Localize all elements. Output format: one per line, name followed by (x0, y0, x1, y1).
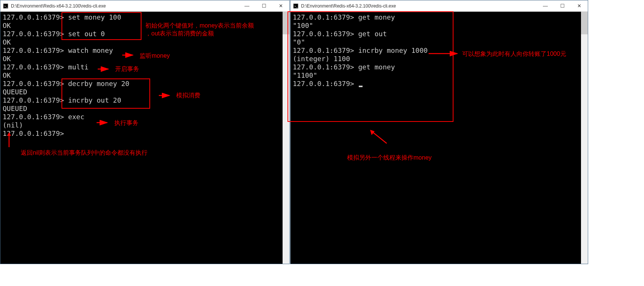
terminal-line: OK (3, 55, 288, 63)
terminal-window-right: >_ D:\Environment\Redis-x64-3.2.100\redi… (290, 0, 588, 264)
minimize-button[interactable]: — (537, 0, 554, 11)
window-controls: — ☐ ✕ (537, 0, 588, 11)
terminal-line: 127.0.0.1:6379> (293, 80, 586, 88)
terminal-line: "0" (293, 38, 586, 46)
terminal-window-left: >_ D:\Environment\Redis-x64-3.2.100\redi… (0, 0, 290, 264)
terminal-line: 127.0.0.1:6379> exec (3, 113, 288, 121)
terminal-line: 127.0.0.1:6379> multi (3, 63, 288, 71)
close-button[interactable]: ✕ (272, 0, 289, 11)
terminal-line: 127.0.0.1:6379> get money (293, 13, 586, 22)
terminal-body-right[interactable]: 127.0.0.1:6379> get money "100" 127.0.0.… (290, 12, 588, 264)
scrollbar-thumb[interactable] (581, 12, 588, 34)
terminal-line: OK (3, 22, 288, 30)
terminal-line: 127.0.0.1:6379> set out 0 (3, 30, 288, 38)
svg-text:>_: >_ (4, 5, 8, 8)
terminal-line: OK (3, 71, 288, 80)
terminal-line: 127.0.0.1:6379> watch money (3, 46, 288, 55)
window-title: D:\Environment\Redis-x64-3.2.100\redis-c… (301, 3, 537, 9)
terminal-line: QUEUED (3, 88, 288, 96)
terminal-line: 127.0.0.1:6379> get out (293, 30, 586, 38)
app-icon: >_ (3, 3, 9, 9)
cursor (359, 86, 363, 87)
terminal-line: (nil) (3, 121, 288, 129)
app-icon: >_ (293, 3, 299, 9)
terminal-line: OK (3, 38, 288, 46)
terminal-body-left[interactable]: 127.0.0.1:6379> set money 100 OK 127.0.0… (0, 12, 289, 264)
titlebar-left[interactable]: >_ D:\Environment\Redis-x64-3.2.100\redi… (0, 0, 289, 12)
terminal-line: 127.0.0.1:6379> (3, 129, 288, 138)
window-title: D:\Environment\Redis-x64-3.2.100\redis-c… (11, 3, 238, 9)
terminal-line: 127.0.0.1:6379> incrby out 20 (3, 96, 288, 105)
svg-text:>_: >_ (294, 5, 298, 8)
terminal-line: QUEUED (3, 105, 288, 113)
terminal-line: 127.0.0.1:6379> set money 100 (3, 13, 288, 22)
terminal-line: (integer) 1100 (293, 55, 586, 63)
terminal-line: "100" (293, 22, 586, 30)
window-controls: — ☐ ✕ (238, 0, 289, 11)
terminal-line: "1100" (293, 71, 586, 80)
minimize-button[interactable]: — (238, 0, 255, 11)
terminal-line: 127.0.0.1:6379> decrby money 20 (3, 80, 288, 88)
scrollbar-right[interactable] (581, 12, 588, 264)
prompt-text: 127.0.0.1:6379> (293, 80, 358, 88)
close-button[interactable]: ✕ (571, 0, 588, 11)
maximize-button[interactable]: ☐ (255, 0, 272, 11)
titlebar-right[interactable]: >_ D:\Environment\Redis-x64-3.2.100\redi… (290, 0, 588, 12)
terminal-line: 127.0.0.1:6379> get money (293, 63, 586, 71)
scrollbar-left[interactable] (283, 12, 289, 264)
maximize-button[interactable]: ☐ (554, 0, 571, 11)
terminal-line: 127.0.0.1:6379> incrby money 1000 (293, 46, 586, 55)
scrollbar-thumb[interactable] (283, 12, 289, 34)
